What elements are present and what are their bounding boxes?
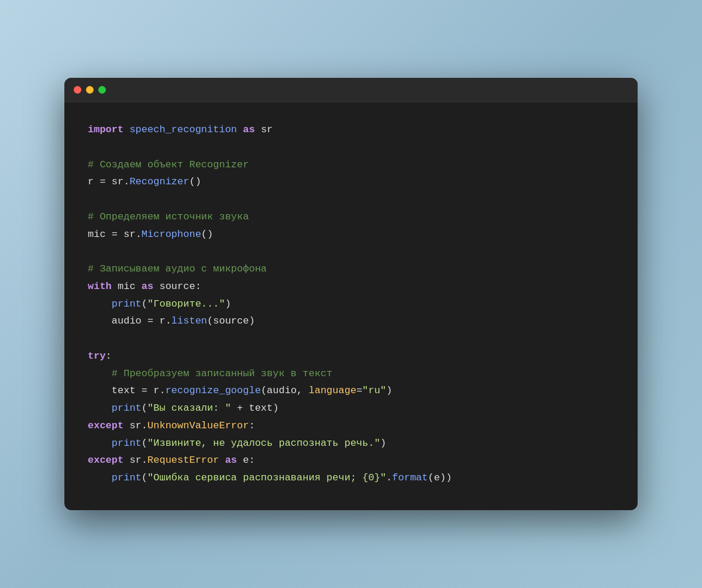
code-line-8: print("Говорите...") [88, 295, 614, 313]
code-line-7: with mic as source: [88, 278, 614, 295]
maximize-button[interactable] [98, 86, 106, 94]
close-button[interactable] [74, 86, 81, 94]
blank-line [88, 330, 614, 348]
code-line-11: text = r.recognize_google(audio, languag… [88, 382, 614, 400]
code-line-5: mic = sr.Microphone() [88, 226, 614, 243]
code-line-15: except sr.RequestError as e: [88, 452, 614, 469]
code-editor: import speech_recognition as sr # Создае… [64, 102, 638, 510]
code-comment-4: # Преобразуем записанный звук в текст [88, 365, 614, 383]
code-line-10: try: [88, 348, 614, 365]
code-line-3: r = sr.Recognizer() [88, 173, 614, 191]
code-line-9: audio = r.listen(source) [88, 312, 614, 330]
code-line-1: import speech_recognition as sr [88, 121, 614, 139]
minimize-button[interactable] [86, 86, 94, 94]
code-line-16: print("Ошибка сервиса распознавания речи… [88, 469, 614, 487]
code-line-14: print("Извините, не удалось распознать р… [88, 435, 614, 452]
code-window: import speech_recognition as sr # Создае… [64, 78, 638, 510]
code-comment-3: # Записываем аудио с микрофона [88, 260, 614, 278]
code-comment-2: # Определяем источник звука [88, 208, 614, 226]
blank-line [88, 139, 614, 156]
blank-line [88, 191, 614, 208]
blank-line [88, 243, 614, 260]
code-comment-1: # Создаем объект Recognizer [88, 156, 614, 174]
code-line-13: except sr.UnknownValueError: [88, 417, 614, 435]
code-line-12: print("Вы сказали: " + text) [88, 400, 614, 417]
title-bar [64, 78, 638, 102]
